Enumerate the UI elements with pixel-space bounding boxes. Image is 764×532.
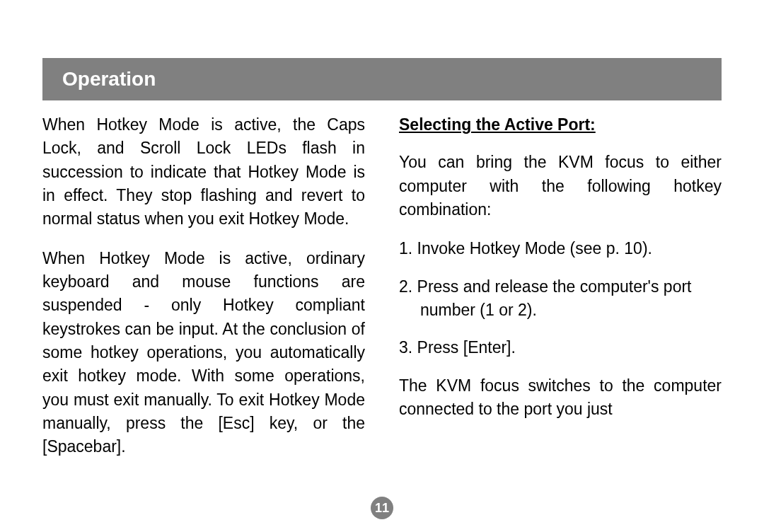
- paragraph: When Hotkey Mode is active, the Caps Loc…: [42, 113, 365, 231]
- section-header: Operation: [42, 58, 722, 100]
- paragraph: The KVM focus switches to the computer c…: [399, 374, 722, 422]
- manual-page: Operation When Hotkey Mode is active, th…: [0, 58, 764, 532]
- step-item: 3. Press [Enter].: [399, 336, 722, 359]
- right-column: Selecting the Active Port: You can bring…: [382, 113, 722, 475]
- paragraph: When Hotkey Mode is active, ordinary key…: [42, 247, 365, 459]
- paragraph: You can bring the KVM focus to either co…: [399, 151, 722, 221]
- subheading: Selecting the Active Port:: [399, 113, 722, 137]
- left-column: When Hotkey Mode is active, the Caps Loc…: [42, 113, 382, 475]
- step-item: 1. Invoke Hotkey Mode (see p. 10).: [399, 237, 722, 260]
- step-item: 2. Press and release the computer's port…: [399, 275, 722, 323]
- page-number-badge: 11: [371, 497, 393, 519]
- content-columns: When Hotkey Mode is active, the Caps Loc…: [42, 113, 722, 475]
